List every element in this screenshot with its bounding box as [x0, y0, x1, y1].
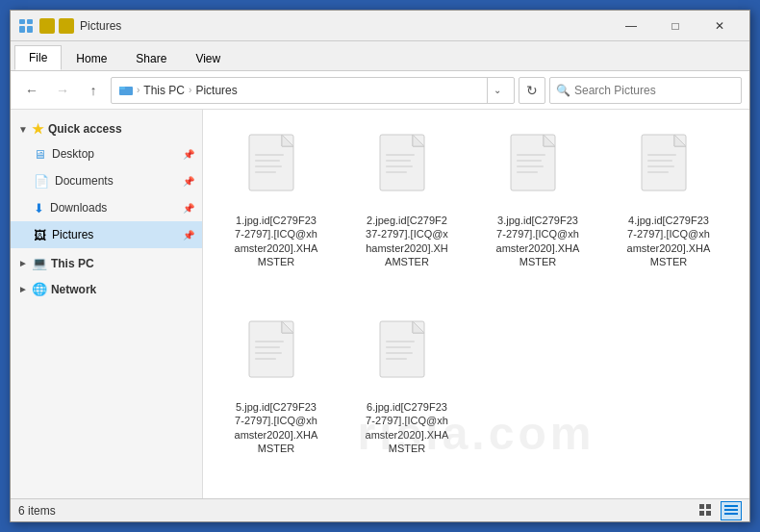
- svg-rect-10: [255, 160, 280, 162]
- content-area: 1.jpg.id[C279F237-2797].[ICQ@xhamster202…: [203, 110, 749, 498]
- tab-view[interactable]: View: [181, 45, 235, 70]
- refresh-button[interactable]: ↻: [519, 77, 545, 104]
- network-chevron: ►: [18, 284, 28, 294]
- quick-access-header[interactable]: ▼ ★ Quick access: [11, 117, 202, 140]
- svg-rect-9: [255, 154, 284, 156]
- file-item-5[interactable]: 5.jpg.id[C279F237-2797].[ICQ@xhamster202…: [218, 312, 334, 483]
- svg-rect-2: [27, 19, 33, 24]
- sidebar-item-downloads[interactable]: ⬇ Downloads 📌: [11, 194, 202, 221]
- this-pc-header[interactable]: ► 💻 This PC: [11, 252, 202, 274]
- svg-rect-49: [706, 504, 711, 509]
- svg-rect-19: [386, 171, 407, 173]
- svg-rect-48: [699, 504, 704, 509]
- svg-rect-25: [517, 165, 544, 167]
- forward-button[interactable]: →: [49, 77, 76, 104]
- file-icon-3: [507, 133, 569, 210]
- file-label-5: 5.jpg.id[C279F237-2797].[ICQ@xhamster202…: [235, 400, 318, 455]
- sidebar-item-pictures[interactable]: 🖼 Pictures 📌: [11, 221, 202, 248]
- file-label-2: 2.jpeg.id[C279F237-2797].[ICQ@xhamster20…: [366, 214, 448, 268]
- svg-rect-17: [386, 160, 411, 162]
- file-item-1[interactable]: 1.jpg.id[C279F237-2797].[ICQ@xhamster202…: [218, 125, 334, 296]
- svg-rect-18: [386, 165, 413, 167]
- svg-rect-47: [386, 358, 407, 360]
- svg-rect-46: [386, 352, 413, 354]
- minimize-button[interactable]: —: [609, 11, 653, 41]
- network-section: ► 🌐 Network: [11, 278, 202, 300]
- svg-rect-31: [647, 160, 672, 162]
- path-this-pc: This PC: [143, 84, 185, 97]
- svg-rect-39: [255, 352, 282, 354]
- svg-rect-24: [517, 160, 542, 162]
- file-item-4[interactable]: 4.jpg.id[C279F237-2797].[ICQ@xhamster202…: [611, 125, 726, 296]
- documents-icon: 📄: [34, 174, 49, 189]
- this-pc-icon: 💻: [32, 256, 47, 270]
- ribbon-tabs: File Home Share View: [11, 41, 749, 70]
- search-input[interactable]: [574, 84, 735, 97]
- file-icon-1: [245, 133, 307, 210]
- svg-rect-54: [724, 513, 738, 515]
- path-icon: [119, 84, 133, 97]
- tab-share[interactable]: Share: [121, 45, 181, 70]
- path-pictures: Pictures: [195, 84, 237, 97]
- this-pc-chevron: ►: [18, 258, 28, 268]
- item-count: 6 items: [18, 504, 56, 518]
- close-button[interactable]: ✕: [697, 11, 742, 41]
- file-label-3: 3.jpg.id[C279F237-2797].[ICQ@xhamster202…: [496, 214, 580, 268]
- pin-icon: 📌: [183, 149, 194, 160]
- svg-rect-11: [255, 165, 282, 167]
- network-icon: 🌐: [32, 282, 47, 296]
- svg-rect-38: [255, 346, 280, 348]
- quick-access-star-icon: ★: [32, 121, 44, 137]
- pin-icon-2: 📌: [183, 176, 194, 187]
- list-view-button[interactable]: [696, 501, 717, 520]
- window-controls: — □ ✕: [609, 11, 742, 41]
- chevron-icon-2: ›: [189, 85, 191, 95]
- pin-icon-3: 📌: [183, 203, 194, 214]
- file-icon-6: [376, 319, 438, 396]
- grid-view-button[interactable]: [721, 501, 742, 520]
- status-bar: 6 items: [11, 498, 749, 521]
- file-icon-5: [245, 319, 307, 396]
- file-item-6[interactable]: 6.jpg.id[C279F237-2797].[ICQ@xhamster202…: [349, 312, 465, 483]
- address-field[interactable]: › This PC › Pictures ⌄: [111, 77, 515, 104]
- back-button[interactable]: ←: [18, 77, 45, 104]
- quick-access-section: ▼ ★ Quick access 🖥 Desktop 📌 📄 Documents…: [11, 117, 202, 248]
- network-header[interactable]: ► 🌐 Network: [11, 278, 202, 300]
- svg-rect-53: [724, 509, 738, 511]
- svg-rect-23: [517, 154, 545, 156]
- sidebar-item-desktop-label: Desktop: [52, 147, 94, 161]
- file-item-2[interactable]: 2.jpeg.id[C279F237-2797].[ICQ@xhamster20…: [349, 125, 465, 296]
- svg-rect-50: [699, 511, 704, 516]
- svg-rect-0: [19, 19, 25, 24]
- svg-rect-51: [706, 511, 711, 516]
- qs-back-icon: [39, 18, 55, 34]
- network-label: Network: [51, 283, 96, 296]
- file-label-1: 1.jpg.id[C279F237-2797].[ICQ@xhamster202…: [235, 214, 318, 268]
- downloads-icon: ⬇: [34, 201, 44, 215]
- explorer-window: Pictures — □ ✕ File Home Share View ← → …: [10, 10, 750, 522]
- svg-rect-30: [647, 154, 676, 156]
- up-button[interactable]: ↑: [80, 77, 107, 104]
- file-label-4: 4.jpg.id[C279F237-2797].[ICQ@xhamster202…: [627, 214, 711, 268]
- sidebar-item-documents[interactable]: 📄 Documents 📌: [11, 167, 202, 194]
- svg-rect-1: [19, 26, 25, 33]
- window-title: Pictures: [80, 19, 609, 33]
- sidebar-item-documents-label: Documents: [55, 174, 114, 188]
- tab-home[interactable]: Home: [62, 45, 121, 70]
- files-grid: 1.jpg.id[C279F237-2797].[ICQ@xhamster202…: [218, 125, 734, 483]
- search-icon: 🔍: [556, 84, 570, 97]
- address-bar: ← → ↑ › This PC › Pictures ⌄ ↻ 🔍: [11, 71, 749, 110]
- address-dropdown[interactable]: ⌄: [487, 77, 506, 104]
- search-box[interactable]: 🔍: [549, 77, 742, 104]
- svg-rect-52: [724, 505, 738, 507]
- title-bar: Pictures — □ ✕: [11, 11, 749, 41]
- main-area: ▼ ★ Quick access 🖥 Desktop 📌 📄 Documents…: [11, 110, 749, 498]
- maximize-button[interactable]: □: [653, 11, 697, 41]
- sidebar-item-desktop[interactable]: 🖥 Desktop 📌: [11, 140, 202, 167]
- sidebar-item-downloads-label: Downloads: [50, 201, 107, 215]
- svg-rect-37: [255, 341, 284, 342]
- pictures-icon: 🖼: [34, 228, 46, 242]
- tab-file[interactable]: File: [14, 45, 62, 70]
- svg-rect-40: [255, 358, 276, 360]
- file-item-3[interactable]: 3.jpg.id[C279F237-2797].[ICQ@xhamster202…: [480, 125, 595, 296]
